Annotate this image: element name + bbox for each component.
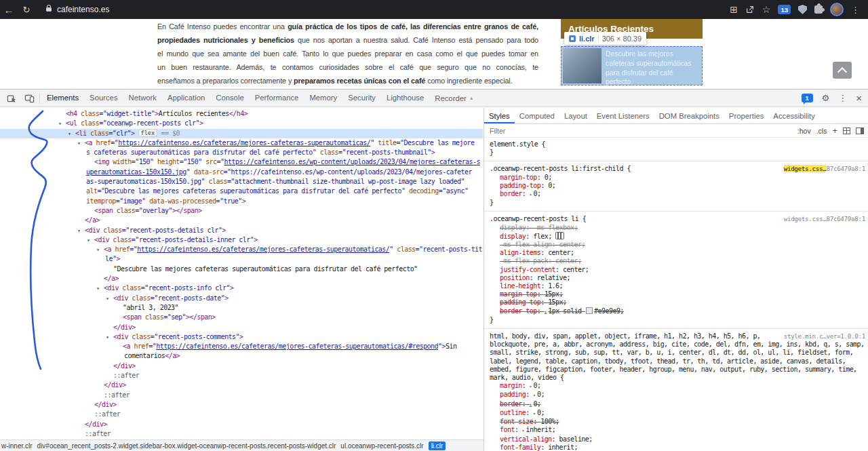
css-declaration[interactable]: -ms-flex-align: center;: [490, 241, 865, 249]
tab-recorder[interactable]: Recorder▲: [429, 90, 479, 107]
sidebar-tab-styles[interactable]: Styles: [484, 109, 515, 123]
css-declaration[interactable]: align-items: center;: [490, 249, 865, 257]
expand-shorthand-icon[interactable]: ▸: [533, 393, 536, 398]
attribute-link[interactable]: https://cafeintenso.es/cafeteras/mejores…: [137, 246, 389, 253]
tab-sources[interactable]: Sources: [84, 90, 123, 106]
element-classes-button[interactable]: .cls: [816, 127, 827, 135]
dom-tree-row[interactable]: <img width="150" height="150" src="https…: [0, 157, 483, 167]
dom-tree-row[interactable]: <span class="overlay"></span>: [0, 206, 483, 216]
css-declaration[interactable]: padding-top: 15px;: [490, 298, 865, 307]
expand-arrow-icon[interactable]: ▾: [77, 226, 81, 235]
lock-icon[interactable]: [46, 7, 52, 12]
dom-tree-row[interactable]: ::after: [0, 410, 483, 419]
dom-tree-row[interactable]: ▾<a href="https://cafeintenso.es/cafeter…: [0, 138, 483, 148]
dom-tree-row[interactable]: ▾<div class="recent-posts-info clr">: [0, 283, 483, 293]
tab-lighthouse[interactable]: Lighthouse: [381, 90, 429, 106]
tab-console[interactable]: Console: [210, 90, 249, 106]
expand-arrow-icon[interactable]: ▾: [96, 245, 100, 254]
tab-network[interactable]: Network: [123, 90, 162, 106]
dom-tree-row[interactable]: "abril 3, 2023": [0, 303, 483, 313]
stylesheet-link[interactable]: style.min.c…ver=1.0.0:1: [784, 332, 865, 340]
dom-tree-row[interactable]: ::after: [0, 391, 483, 400]
stylesheet-link[interactable]: widgets.css…87c6479a8:1: [784, 215, 865, 223]
rendering-grid-icon[interactable]: [843, 128, 850, 134]
css-declaration[interactable]: border: ▸0;: [490, 400, 865, 409]
dom-tree-row[interactable]: </div>: [0, 420, 483, 429]
css-declaration[interactable]: border: ▸0;: [490, 190, 865, 199]
settings-gear-icon[interactable]: ⚙: [822, 93, 830, 103]
dom-tree-row[interactable]: </div>: [0, 400, 483, 410]
post-thumbnail[interactable]: [563, 48, 601, 83]
dom-tree-row[interactable]: ▾<div class="recent-posts-comments">: [0, 332, 483, 342]
tab-memory[interactable]: Memory: [304, 90, 342, 106]
attribute-link[interactable]: uperautomaticas-150x150.jpg: [86, 168, 186, 176]
css-declaration[interactable]: -ms-flex-pack: center;: [490, 257, 865, 265]
dom-tree-row[interactable]: <a href="https://cafeintenso.es/cafetera…: [0, 342, 483, 351]
css-declaration[interactable]: display: flex;: [490, 232, 865, 241]
css-declaration[interactable]: line-height: 1.6;: [490, 282, 865, 290]
css-declaration[interactable]: font: ▸inherit;: [490, 426, 865, 435]
dom-tree-row[interactable]: <h4 class="widget-title">Artículos recie…: [0, 109, 483, 119]
css-declaration[interactable]: vertical-align: baseline;: [490, 435, 865, 444]
attribute-link[interactable]: https://cafeintenso.es/cafeteras/mejores…: [156, 342, 438, 350]
inspect-element-icon[interactable]: [3, 90, 20, 106]
devtools-kebab-icon[interactable]: ⋮: [838, 93, 847, 103]
expand-shorthand-icon[interactable]: ▸: [530, 192, 532, 197]
flex-editor-icon[interactable]: [555, 232, 564, 239]
css-declaration[interactable]: padding: ▸0;: [490, 391, 865, 399]
adblock-badge[interactable]: 13: [778, 5, 791, 14]
dom-tree-row[interactable]: as-superautomaticas-150x150.jpg" class="…: [0, 177, 483, 187]
reload-icon[interactable]: ↻: [18, 5, 35, 15]
expand-shorthand-icon[interactable]: ▸: [530, 402, 532, 408]
css-declaration[interactable]: margin: ▸0;: [490, 382, 865, 391]
dom-tree-row[interactable]: ::after: [0, 429, 483, 439]
css-declaration[interactable]: margin-top: 15px;: [490, 290, 865, 298]
sidebar-tab-layout[interactable]: Layout: [559, 109, 592, 123]
sidebar-toggle-icon[interactable]: [856, 128, 864, 134]
dom-tree-row[interactable]: "Descubre las mejores cafeteras superaut…: [0, 264, 483, 274]
dom-tree-row[interactable]: s cafeteras superautomáticas para disfru…: [0, 148, 483, 157]
new-style-rule-button[interactable]: +: [832, 125, 837, 136]
breadcrumb-item[interactable]: w-inner.clr: [1, 442, 33, 450]
issues-counter[interactable]: 1: [802, 94, 813, 102]
color-swatch[interactable]: [586, 307, 593, 314]
device-toolbar-icon[interactable]: [20, 90, 38, 106]
expand-shorthand-icon[interactable]: ▸: [533, 411, 536, 416]
attribute-link[interactable]: https://cafeintenso.es/wp-content/upload…: [224, 158, 480, 165]
breadcrumb-item[interactable]: div#ocean_recent_posts-2.widget.sidebar-…: [37, 442, 336, 450]
menu-kebab-icon[interactable]: ⋮: [851, 5, 860, 15]
recent-post-item[interactable]: Descubre las mejores cafeteras superauto…: [561, 46, 703, 85]
scroll-to-top-button[interactable]: [833, 62, 852, 79]
dom-tree-row[interactable]: comentarios</a>: [0, 351, 483, 361]
sidebar-tab-computed[interactable]: Computed: [515, 109, 559, 123]
css-declaration[interactable]: outline: ▸0;: [490, 409, 865, 418]
stylesheet-link[interactable]: widgets.css…87c6479a8:1: [784, 165, 865, 173]
expand-arrow-icon[interactable]: ▾: [96, 283, 100, 293]
dom-tree-row[interactable]: ::after: [0, 371, 483, 380]
dom-tree-row[interactable]: </div>: [0, 380, 483, 390]
expand-arrow-icon[interactable]: ▾: [58, 119, 62, 128]
dom-tree-row[interactable]: ▾<a href="https://cafeintenso.es/cafeter…: [0, 245, 483, 254]
dom-tree-row[interactable]: le">: [0, 254, 483, 264]
css-declaration[interactable]: margin-top: 0;: [490, 174, 865, 182]
address-url[interactable]: cafeintenso.es: [57, 5, 109, 14]
close-devtools-icon[interactable]: ×: [856, 92, 862, 104]
back-icon[interactable]: ←: [0, 4, 18, 16]
expand-arrow-icon[interactable]: ▾: [106, 294, 109, 303]
profile-avatar[interactable]: [830, 3, 844, 16]
flex-badge[interactable]: flex: [138, 129, 157, 137]
apps-grid-icon[interactable]: ⊞: [730, 4, 738, 15]
breadcrumb-item[interactable]: ul.oceanwp-recent-posts.clr: [340, 442, 423, 450]
breadcrumb-item[interactable]: li.clr: [429, 442, 446, 450]
sidebar-tab-accessibility[interactable]: Accessibility: [768, 109, 820, 123]
dom-tree-row[interactable]: <span class="sep"></span>: [0, 313, 483, 322]
css-declaration[interactable]: font-size: 100%;: [490, 418, 865, 426]
dom-tree-row[interactable]: ▾<ul class="oceanwp-recent-posts clr">: [0, 119, 483, 128]
toggle-hover-state-button[interactable]: :hov: [797, 127, 811, 135]
shield-icon[interactable]: [798, 5, 807, 14]
dom-tree-row[interactable]: </a>: [0, 216, 483, 225]
css-declaration[interactable]: position: relative;: [490, 274, 865, 282]
tab-elements[interactable]: Elements: [41, 90, 84, 106]
sidebar-tab-properties[interactable]: Properties: [724, 109, 769, 123]
css-declaration[interactable]: justify-content: center;: [490, 266, 865, 274]
